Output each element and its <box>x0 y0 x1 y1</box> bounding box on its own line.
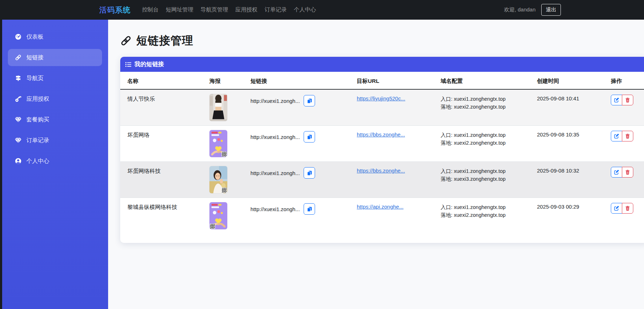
copy-button[interactable] <box>304 203 315 215</box>
gem-icon <box>15 137 21 144</box>
sidebar-item-6[interactable]: 个人中心 <box>8 153 102 170</box>
map-signs-icon <box>15 75 21 81</box>
qr-code <box>222 188 227 193</box>
link-name: 黎城县纵横网络科技 <box>120 198 202 234</box>
sidebar-item-label: 仪表板 <box>26 33 44 41</box>
short-url-cell: http://xuexi1.zongh... <box>243 162 350 198</box>
short-url-text: http://xuexi1.zongh... <box>250 134 300 140</box>
table-header-row: 名称海报短链接目标URL域名配置创建时间操作 <box>120 72 644 89</box>
link-name: 坏蛋网络 <box>120 126 202 162</box>
poster-image[interactable] <box>209 166 227 193</box>
gem-icon <box>15 116 21 123</box>
target-url-cell: https://liyujing520c... <box>350 89 433 126</box>
table-row: 黎城县纵横网络科技 http://xuexi1.zongh... https:/… <box>120 198 644 234</box>
list-icon <box>125 61 131 68</box>
edit-button[interactable] <box>611 131 622 141</box>
poster-image[interactable] <box>209 202 227 229</box>
navbar-container: 活码系统 控制台短网址管理导航页管理应用授权订单记录个人中心 欢迎, danda… <box>99 0 561 20</box>
short-url-cell: http://xuexi1.zongh... <box>243 89 350 126</box>
delete-button[interactable] <box>622 167 633 178</box>
column-header: 短链接 <box>243 72 350 89</box>
sidebar-item-label: 应用授权 <box>26 95 49 103</box>
edit-button[interactable] <box>611 167 622 178</box>
link-name: 坏蛋网络科技 <box>120 162 202 198</box>
nav-item-3[interactable]: 应用授权 <box>232 4 261 16</box>
sidebar-item-3[interactable]: 应用授权 <box>8 90 102 108</box>
target-url-link[interactable]: https://api.zonghe... <box>357 204 404 210</box>
nav-item-2[interactable]: 导航页管理 <box>197 4 232 16</box>
nav-item-1[interactable]: 短网址管理 <box>162 4 197 16</box>
sidebar-item-5[interactable]: 订单记录 <box>8 132 102 149</box>
poster-image[interactable] <box>209 94 227 121</box>
copy-button[interactable] <box>304 131 315 143</box>
sidebar-item-1[interactable]: 短链接 <box>8 49 102 66</box>
created-time: 2025-09-08 10:35 <box>530 126 604 162</box>
poster-cell <box>202 198 243 234</box>
created-time: 2025-09-03 00:29 <box>530 198 604 234</box>
column-header: 创建时间 <box>530 72 604 89</box>
target-url-link[interactable]: https://bbs.zonghe... <box>357 131 405 138</box>
domain-entry: 入口: xuexi1.zonghengtx.top <box>441 167 526 175</box>
nav-item-5[interactable]: 个人中心 <box>290 4 320 16</box>
table-row: 坏蛋网络科技 http://xuexi1.zongh... https://bb… <box>120 162 644 198</box>
user-circle-icon <box>15 158 21 164</box>
delete-button[interactable] <box>622 95 633 105</box>
delete-button[interactable] <box>622 203 633 214</box>
delete-button[interactable] <box>622 131 633 141</box>
actions-cell <box>604 162 644 198</box>
sidebar-item-2[interactable]: 导航页 <box>8 70 102 87</box>
short-url-text: http://xuexi1.zongh... <box>250 206 300 212</box>
key-icon <box>15 96 21 102</box>
domain-config-cell: 入口: xuexi1.zonghengtx.top 落地: xuexi2.zon… <box>433 126 530 162</box>
column-header: 操作 <box>604 72 644 89</box>
actions-cell <box>604 126 644 162</box>
nav-item-4[interactable]: 订单记录 <box>261 4 290 16</box>
copy-button[interactable] <box>304 167 315 179</box>
table-row: 坏蛋网络 http://xuexi1.zongh... https://bbs.… <box>120 126 644 162</box>
domain-landing: 落地: xuexi2.zonghengtx.top <box>441 211 526 219</box>
domain-entry: 入口: xuexi1.zonghengtx.top <box>441 131 526 139</box>
edit-button[interactable] <box>611 95 622 105</box>
qr-code <box>210 224 215 229</box>
poster-cell <box>202 162 243 198</box>
domain-config-cell: 入口: xuexi1.zonghengtx.top 落地: xuexi2.zon… <box>433 89 530 126</box>
nav-item-0[interactable]: 控制台 <box>138 4 162 16</box>
copy-button[interactable] <box>304 95 315 106</box>
sidebar-item-label: 导航页 <box>26 75 44 82</box>
shortlinks-card: 我的短链接 名称海报短链接目标URL域名配置创建时间操作 情人节快乐 http:… <box>120 57 644 243</box>
app-body: 仪表板短链接导航页应用授权套餐购买订单记录个人中心 短链接管理 <box>2 20 644 309</box>
page-title: 短链接管理 <box>120 33 644 48</box>
domain-landing: 落地: xuexi3.zonghengtx.top <box>441 175 526 183</box>
target-url-cell: https://bbs.zonghe... <box>350 162 433 198</box>
sidebar-item-label: 套餐购买 <box>26 116 49 124</box>
domain-config-cell: 入口: xuexi1.zonghengtx.top 落地: xuexi2.zon… <box>433 198 530 234</box>
created-time: 2025-09-08 10:41 <box>530 89 604 126</box>
card-body: 名称海报短链接目标URL域名配置创建时间操作 情人节快乐 http://xuex… <box>120 72 644 243</box>
sidebar-item-4[interactable]: 套餐购买 <box>8 111 102 128</box>
short-url-cell: http://xuexi1.zongh... <box>243 198 350 234</box>
domain-entry: 入口: xuexi1.zonghengtx.top <box>441 203 526 211</box>
sidebar-item-label: 短链接 <box>26 54 44 61</box>
welcome-text: 欢迎, dandan <box>504 6 536 13</box>
short-url-cell: http://xuexi1.zongh... <box>243 126 350 162</box>
sidebar-item-0[interactable]: 仪表板 <box>8 28 102 45</box>
table-body: 情人节快乐 http://xuexi1.zongh... https://liy… <box>120 89 644 234</box>
logout-button[interactable]: 退出 <box>541 4 561 16</box>
target-url-link[interactable]: https://bbs.zonghe... <box>357 168 405 174</box>
domain-landing: 落地: xuexi2.zonghengtx.top <box>441 139 526 147</box>
domain-entry: 入口: xuexi1.zonghengtx.top <box>441 95 526 103</box>
poster-image[interactable] <box>209 130 227 157</box>
edit-button[interactable] <box>611 203 622 214</box>
navbar-right: 欢迎, dandan 退出 <box>504 4 561 16</box>
page-title-text: 短链接管理 <box>136 33 193 48</box>
brand-logo[interactable]: 活码系统 <box>99 5 131 15</box>
main-content: 短链接管理 我的短链接 名称 <box>108 20 644 309</box>
sidebar: 仪表板短链接导航页应用授权套餐购买订单记录个人中心 <box>2 20 108 309</box>
column-header: 名称 <box>120 72 202 89</box>
card-header-title: 我的短链接 <box>135 60 164 68</box>
target-url-link[interactable]: https://liyujing520c... <box>357 95 405 101</box>
target-url-cell: https://bbs.zonghe... <box>350 126 433 162</box>
table-row: 情人节快乐 http://xuexi1.zongh... https://liy… <box>120 89 644 126</box>
created-time: 2025-09-08 10:32 <box>530 162 604 198</box>
qr-code <box>222 152 227 156</box>
